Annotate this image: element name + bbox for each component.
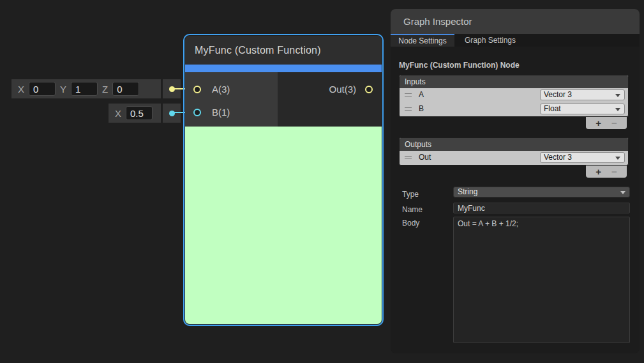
type-label: Type: [402, 190, 419, 199]
outputs-list: Outputs Out Vector 3: [399, 137, 629, 166]
inputs-list-header: Inputs: [400, 75, 628, 88]
input-a-type-dropdown[interactable]: Vector 3: [540, 89, 625, 100]
output-out-name: Out: [419, 153, 431, 162]
z-value-field[interactable]: [112, 82, 139, 96]
node-ports-section: A(3) B(1) Out(3): [185, 72, 382, 127]
chevron-down-icon: [615, 108, 620, 111]
output-row-out[interactable]: Out Vector 3: [400, 151, 628, 165]
name-label: Name: [402, 205, 423, 214]
y-axis-label: Y: [60, 84, 66, 95]
port-a-icon[interactable]: [193, 86, 201, 93]
port-out-label: Out(3): [329, 84, 356, 95]
port-out-icon[interactable]: [365, 86, 373, 93]
z-axis-label: Z: [102, 84, 108, 95]
float-input-widget: X: [109, 104, 161, 123]
node-accent-bar: [185, 65, 382, 72]
node-settings-heading: MyFunc (Custom Function) Node: [399, 61, 520, 70]
x-axis-label: X: [18, 84, 24, 95]
drag-handle-icon[interactable]: [405, 107, 412, 111]
drag-handle-icon[interactable]: [405, 93, 412, 97]
remove-input-button[interactable]: −: [611, 118, 617, 128]
myfunc-node-body: MyFunc (Custom Function) A(3) B(1) Out(3…: [185, 36, 382, 324]
name-input[interactable]: [453, 203, 630, 213]
inspector-tabbar: Node Settings Graph Settings: [391, 34, 640, 47]
input-row-b[interactable]: B Float: [400, 102, 628, 116]
tab-graph-settings[interactable]: Graph Settings: [454, 34, 526, 47]
port-b-icon[interactable]: [193, 109, 201, 116]
drag-handle-icon[interactable]: [405, 156, 412, 159]
input-b-name: B: [419, 104, 424, 113]
node-preview: [185, 127, 382, 324]
body-textarea[interactable]: Out = A + B + 1/2;: [453, 217, 630, 343]
y-value-field[interactable]: [71, 82, 98, 96]
node-title: MyFunc (Custom Function): [185, 36, 382, 65]
type-dropdown[interactable]: String: [453, 187, 630, 197]
myfunc-node[interactable]: MyFunc (Custom Function) A(3) B(1) Out(3…: [183, 34, 384, 326]
output-out-type-dropdown[interactable]: Vector 3: [540, 152, 625, 163]
float-port-dot[interactable]: [169, 111, 175, 116]
tab-node-settings[interactable]: Node Settings: [391, 34, 454, 47]
add-input-button[interactable]: +: [595, 118, 601, 128]
port-a-label: A(3): [212, 84, 230, 95]
input-row-a[interactable]: A Vector 3: [400, 88, 628, 102]
input-b-type-dropdown[interactable]: Float: [540, 104, 625, 114]
vector3-input-widget: X Y Z: [11, 79, 161, 98]
x-value-field[interactable]: [29, 82, 56, 96]
chevron-down-icon: [615, 94, 620, 97]
node-input-slots: [185, 72, 278, 127]
inputs-list-footer: + −: [586, 117, 627, 129]
graph-inspector-panel: Graph Inspector Node Settings Graph Sett…: [391, 9, 640, 353]
outputs-list-footer: + −: [586, 166, 627, 178]
chevron-down-icon: [615, 157, 620, 160]
shader-graph-canvas[interactable]: X Y Z X MyFunc (Custom Function) A(3) B(…: [0, 0, 644, 363]
body-label: Body: [402, 219, 419, 228]
inputs-list: Inputs A Vector 3 B Float: [399, 75, 629, 117]
x-axis-label: X: [115, 108, 121, 119]
remove-output-button[interactable]: −: [611, 166, 617, 177]
float-value-field[interactable]: [126, 106, 153, 120]
input-a-name: A: [419, 90, 424, 99]
port-b-label: B(1): [212, 107, 230, 118]
graph-inspector-header[interactable]: Graph Inspector: [391, 9, 640, 34]
outputs-list-header: Outputs: [400, 138, 628, 151]
chevron-down-icon: [620, 191, 625, 194]
add-output-button[interactable]: +: [595, 166, 601, 177]
float-connector[interactable]: [163, 104, 181, 123]
